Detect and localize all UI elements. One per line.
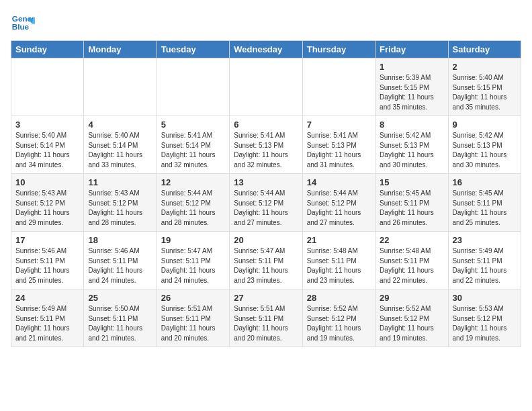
calendar-cell: 18Sunrise: 5:46 AM Sunset: 5:11 PM Dayli…: [84, 232, 157, 289]
calendar-cell: 25Sunrise: 5:50 AM Sunset: 5:11 PM Dayli…: [84, 289, 157, 347]
day-header-friday: Friday: [375, 41, 448, 58]
cell-info: Sunrise: 5:49 AM Sunset: 5:11 PM Dayligh…: [453, 246, 517, 285]
calendar-cell: 7Sunrise: 5:41 AM Sunset: 5:13 PM Daylig…: [302, 116, 375, 174]
calendar-cell: 22Sunrise: 5:48 AM Sunset: 5:11 PM Dayli…: [375, 232, 448, 289]
day-header-monday: Monday: [84, 41, 157, 58]
day-number: 7: [307, 120, 371, 130]
cell-info: Sunrise: 5:50 AM Sunset: 5:11 PM Dayligh…: [88, 304, 152, 343]
calendar-week-5: 24Sunrise: 5:49 AM Sunset: 5:11 PM Dayli…: [11, 289, 521, 347]
cell-info: Sunrise: 5:39 AM Sunset: 5:15 PM Dayligh…: [380, 73, 443, 112]
day-number: 25: [88, 293, 152, 303]
day-number: 24: [15, 293, 79, 303]
cell-info: Sunrise: 5:45 AM Sunset: 5:11 PM Dayligh…: [380, 189, 443, 228]
calendar-cell: 11Sunrise: 5:43 AM Sunset: 5:12 PM Dayli…: [84, 174, 157, 232]
calendar-cell: 2Sunrise: 5:40 AM Sunset: 5:15 PM Daylig…: [448, 58, 521, 116]
svg-text:Blue: Blue: [12, 22, 30, 31]
calendar-cell: 21Sunrise: 5:48 AM Sunset: 5:11 PM Dayli…: [302, 232, 375, 289]
cell-info: Sunrise: 5:47 AM Sunset: 5:11 PM Dayligh…: [234, 246, 298, 285]
cell-info: Sunrise: 5:48 AM Sunset: 5:11 PM Dayligh…: [307, 246, 371, 285]
day-number: 3: [15, 120, 79, 130]
calendar-cell: [302, 58, 375, 116]
calendar-week-1: 1Sunrise: 5:39 AM Sunset: 5:15 PM Daylig…: [11, 58, 521, 116]
day-header-tuesday: Tuesday: [157, 41, 229, 58]
day-number: 14: [307, 177, 371, 187]
calendar-cell: 13Sunrise: 5:44 AM Sunset: 5:12 PM Dayli…: [230, 174, 302, 232]
day-number: 8: [380, 120, 443, 130]
calendar-week-2: 3Sunrise: 5:40 AM Sunset: 5:14 PM Daylig…: [11, 116, 521, 174]
cell-info: Sunrise: 5:42 AM Sunset: 5:13 PM Dayligh…: [453, 131, 517, 170]
calendar-cell: 29Sunrise: 5:52 AM Sunset: 5:12 PM Dayli…: [375, 289, 448, 347]
day-number: 4: [88, 120, 152, 130]
calendar-cell: 10Sunrise: 5:43 AM Sunset: 5:12 PM Dayli…: [11, 174, 84, 232]
calendar-week-3: 10Sunrise: 5:43 AM Sunset: 5:12 PM Dayli…: [11, 174, 521, 232]
calendar-cell: 4Sunrise: 5:40 AM Sunset: 5:14 PM Daylig…: [84, 116, 157, 174]
day-number: 27: [234, 293, 298, 303]
cell-info: Sunrise: 5:48 AM Sunset: 5:11 PM Dayligh…: [380, 246, 443, 285]
calendar-cell: 23Sunrise: 5:49 AM Sunset: 5:11 PM Dayli…: [448, 232, 521, 289]
day-number: 9: [453, 120, 517, 130]
calendar-cell: 6Sunrise: 5:41 AM Sunset: 5:13 PM Daylig…: [230, 116, 302, 174]
day-header-sunday: Sunday: [11, 41, 84, 58]
day-number: 13: [234, 177, 298, 187]
day-number: 11: [88, 177, 152, 187]
day-header-wednesday: Wednesday: [230, 41, 302, 58]
calendar-cell: 30Sunrise: 5:53 AM Sunset: 5:12 PM Dayli…: [448, 289, 521, 347]
day-number: 19: [161, 235, 225, 245]
calendar-header-row: SundayMondayTuesdayWednesdayThursdayFrid…: [11, 41, 521, 58]
calendar-week-4: 17Sunrise: 5:46 AM Sunset: 5:11 PM Dayli…: [11, 232, 521, 289]
day-number: 21: [307, 235, 371, 245]
day-number: 23: [453, 235, 517, 245]
day-number: 16: [453, 177, 517, 187]
day-number: 1: [380, 62, 443, 72]
day-number: 30: [453, 293, 517, 303]
cell-info: Sunrise: 5:40 AM Sunset: 5:14 PM Dayligh…: [88, 131, 152, 170]
day-number: 29: [380, 293, 443, 303]
cell-info: Sunrise: 5:43 AM Sunset: 5:12 PM Dayligh…: [88, 189, 152, 228]
calendar-cell: 27Sunrise: 5:51 AM Sunset: 5:11 PM Dayli…: [230, 289, 302, 347]
cell-info: Sunrise: 5:40 AM Sunset: 5:15 PM Dayligh…: [453, 73, 517, 112]
cell-info: Sunrise: 5:46 AM Sunset: 5:11 PM Dayligh…: [15, 246, 79, 285]
cell-info: Sunrise: 5:52 AM Sunset: 5:12 PM Dayligh…: [380, 304, 443, 343]
calendar-cell: 17Sunrise: 5:46 AM Sunset: 5:11 PM Dayli…: [11, 232, 84, 289]
calendar-cell: 24Sunrise: 5:49 AM Sunset: 5:11 PM Dayli…: [11, 289, 84, 347]
calendar-cell: [230, 58, 302, 116]
day-number: 12: [161, 177, 225, 187]
cell-info: Sunrise: 5:41 AM Sunset: 5:14 PM Dayligh…: [161, 131, 225, 170]
calendar-cell: 14Sunrise: 5:44 AM Sunset: 5:12 PM Dayli…: [302, 174, 375, 232]
calendar-cell: 26Sunrise: 5:51 AM Sunset: 5:11 PM Dayli…: [157, 289, 229, 347]
cell-info: Sunrise: 5:41 AM Sunset: 5:13 PM Dayligh…: [307, 131, 371, 170]
calendar-cell: 3Sunrise: 5:40 AM Sunset: 5:14 PM Daylig…: [11, 116, 84, 174]
calendar-cell: 8Sunrise: 5:42 AM Sunset: 5:13 PM Daylig…: [375, 116, 448, 174]
day-number: 2: [453, 62, 517, 72]
calendar-cell: 28Sunrise: 5:52 AM Sunset: 5:12 PM Dayli…: [302, 289, 375, 347]
calendar-cell: 16Sunrise: 5:45 AM Sunset: 5:11 PM Dayli…: [448, 174, 521, 232]
calendar-cell: [84, 58, 157, 116]
logo-icon: General Blue: [11, 11, 35, 35]
cell-info: Sunrise: 5:43 AM Sunset: 5:12 PM Dayligh…: [15, 189, 79, 228]
cell-info: Sunrise: 5:51 AM Sunset: 5:11 PM Dayligh…: [161, 304, 225, 343]
calendar-cell: 19Sunrise: 5:47 AM Sunset: 5:11 PM Dayli…: [157, 232, 229, 289]
cell-info: Sunrise: 5:44 AM Sunset: 5:12 PM Dayligh…: [307, 189, 371, 228]
cell-info: Sunrise: 5:52 AM Sunset: 5:12 PM Dayligh…: [307, 304, 371, 343]
calendar-cell: 1Sunrise: 5:39 AM Sunset: 5:15 PM Daylig…: [375, 58, 448, 116]
day-number: 22: [380, 235, 443, 245]
calendar-cell: [157, 58, 229, 116]
calendar-cell: 12Sunrise: 5:44 AM Sunset: 5:12 PM Dayli…: [157, 174, 229, 232]
calendar-cell: 9Sunrise: 5:42 AM Sunset: 5:13 PM Daylig…: [448, 116, 521, 174]
cell-info: Sunrise: 5:40 AM Sunset: 5:14 PM Dayligh…: [15, 131, 79, 170]
cell-info: Sunrise: 5:44 AM Sunset: 5:12 PM Dayligh…: [234, 189, 298, 228]
logo: General Blue: [11, 11, 39, 35]
day-number: 10: [15, 177, 79, 187]
calendar-cell: 20Sunrise: 5:47 AM Sunset: 5:11 PM Dayli…: [230, 232, 302, 289]
calendar: SundayMondayTuesdayWednesdayThursdayFrid…: [11, 40, 521, 347]
day-number: 5: [161, 120, 225, 130]
day-number: 26: [161, 293, 225, 303]
day-number: 18: [88, 235, 152, 245]
page-header: General Blue: [11, 11, 521, 35]
day-number: 15: [380, 177, 443, 187]
calendar-cell: 15Sunrise: 5:45 AM Sunset: 5:11 PM Dayli…: [375, 174, 448, 232]
cell-info: Sunrise: 5:51 AM Sunset: 5:11 PM Dayligh…: [234, 304, 298, 343]
day-number: 28: [307, 293, 371, 303]
cell-info: Sunrise: 5:47 AM Sunset: 5:11 PM Dayligh…: [161, 246, 225, 285]
day-header-saturday: Saturday: [448, 41, 521, 58]
